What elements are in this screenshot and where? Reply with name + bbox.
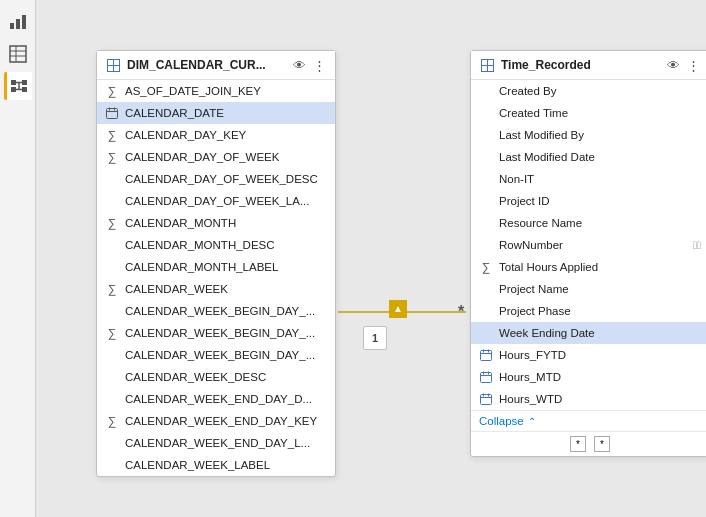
right-table-title: Time_Recorded [501, 58, 659, 72]
text-icon [105, 436, 119, 450]
field-row[interactable]: ∑CALENDAR_MONTH [97, 212, 335, 234]
field-row[interactable]: ∑AS_OF_DATE_JOIN_KEY [97, 80, 335, 102]
calendar-icon [105, 106, 119, 120]
text-icon [105, 348, 119, 362]
left-table-actions: 👁 ⋮ [291, 57, 327, 73]
text-icon [479, 128, 493, 142]
field-row[interactable]: Hours_MTD [471, 366, 706, 388]
right-table-eye-icon[interactable]: 👁 [665, 57, 681, 73]
field-row[interactable]: CALENDAR_DAY_OF_WEEK_DESC [97, 168, 335, 190]
svg-rect-1 [16, 19, 20, 29]
text-icon [479, 106, 493, 120]
field-row[interactable]: ∑CALENDAR_WEEK_BEGIN_DAY_... [97, 322, 335, 344]
field-row[interactable]: Project Name [471, 278, 706, 300]
sigma-icon: ∑ [105, 128, 119, 142]
collapse-chevron-icon: ⌃ [528, 416, 536, 427]
left-table-fields: ∑AS_OF_DATE_JOIN_KEY CALENDAR_DATE ∑CALE… [97, 80, 335, 476]
text-icon [105, 260, 119, 274]
svg-rect-2 [22, 15, 26, 29]
field-row[interactable]: CALENDAR_WEEK_END_DAY_D... [97, 388, 335, 410]
text-icon [105, 194, 119, 208]
field-row[interactable]: Hours_FYTD [471, 344, 706, 366]
collapse-label: Collapse [479, 415, 524, 427]
sigma-icon: ∑ [479, 260, 493, 274]
left-table-header: DIM_CALENDAR_CUR... 👁 ⋮ [97, 51, 335, 80]
svg-rect-8 [22, 80, 27, 85]
collapse-button[interactable]: Collapse ⌃ [471, 410, 706, 431]
field-row[interactable]: Non-IT [471, 168, 706, 190]
text-icon [105, 392, 119, 406]
canvas: DIM_CALENDAR_CUR... 👁 ⋮ ∑AS_OF_DATE_JOIN… [36, 0, 706, 517]
field-row[interactable]: Hours_WTD [471, 388, 706, 410]
svg-rect-9 [11, 87, 16, 92]
field-row[interactable]: CALENDAR_WEEK_LABEL [97, 454, 335, 476]
sigma-icon: ∑ [105, 326, 119, 340]
bottom-star-right[interactable]: * [594, 436, 610, 452]
field-row[interactable]: Created Time [471, 102, 706, 124]
field-row[interactable]: CALENDAR_WEEK_BEGIN_DAY_... [97, 344, 335, 366]
calendar-icon [479, 392, 493, 406]
left-table-more-icon[interactable]: ⋮ [311, 57, 327, 73]
field-row[interactable]: ∑Total Hours Applied [471, 256, 706, 278]
field-row[interactable]: Project ID [471, 190, 706, 212]
text-icon [479, 326, 493, 340]
svg-rect-10 [22, 87, 27, 92]
text-icon [105, 304, 119, 318]
left-table-eye-icon[interactable]: 👁 [291, 57, 307, 73]
text-icon [105, 458, 119, 472]
field-row[interactable]: Resource Name [471, 212, 706, 234]
field-row[interactable]: Last Modified Date [471, 146, 706, 168]
join-number-indicator: 1 [363, 326, 387, 350]
field-row[interactable]: Week Ending Date [471, 322, 706, 344]
left-table-title: DIM_CALENDAR_CUR... [127, 58, 285, 72]
text-icon [105, 370, 119, 384]
field-row[interactable]: CALENDAR_WEEK_DESC [97, 366, 335, 388]
connector-arrow-box[interactable]: ▲ [389, 300, 407, 318]
right-table-more-icon[interactable]: ⋮ [685, 57, 701, 73]
left-table-header-icon [105, 57, 121, 73]
text-icon [479, 84, 493, 98]
text-icon [479, 172, 493, 186]
text-icon [479, 282, 493, 296]
field-row[interactable]: Last Modified By [471, 124, 706, 146]
text-icon [479, 216, 493, 230]
right-table-fields: Created By Created Time Last Modified By… [471, 80, 706, 410]
left-table-card: DIM_CALENDAR_CUR... 👁 ⋮ ∑AS_OF_DATE_JOIN… [96, 50, 336, 477]
bottom-connectors: * * [471, 431, 706, 456]
calendar-icon [479, 370, 493, 384]
field-row[interactable]: Created By [471, 80, 706, 102]
text-icon [479, 194, 493, 208]
bar-chart-sidebar-icon[interactable] [4, 8, 32, 36]
field-row[interactable]: CALENDAR_WEEK_BEGIN_DAY_... [97, 300, 335, 322]
bottom-star-left[interactable]: * [570, 436, 586, 452]
field-row[interactable]: Project Phase [471, 300, 706, 322]
svg-rect-3 [10, 46, 26, 62]
svg-rect-20 [481, 351, 492, 361]
field-row[interactable]: CALENDAR_WEEK_END_DAY_L... [97, 432, 335, 454]
table-sidebar-icon[interactable] [4, 40, 32, 68]
field-row[interactable]: CALENDAR_MONTH_LABEL [97, 256, 335, 278]
text-icon [479, 238, 493, 252]
svg-rect-7 [11, 80, 16, 85]
sigma-icon: ∑ [105, 282, 119, 296]
schema-sidebar-icon[interactable] [4, 72, 32, 100]
field-row[interactable]: CALENDAR_DATE [97, 102, 335, 124]
calendar-icon [479, 348, 493, 362]
field-row[interactable]: ∑CALENDAR_DAY_OF_WEEK [97, 146, 335, 168]
field-row[interactable]: CALENDAR_DAY_OF_WEEK_LA... [97, 190, 335, 212]
sigma-icon: ∑ [105, 150, 119, 164]
field-row[interactable]: ∑CALENDAR_WEEK_END_DAY_KEY [97, 410, 335, 432]
left-star-label: * [458, 303, 464, 321]
right-table-actions: 👁 ⋮ [665, 57, 701, 73]
field-row[interactable]: ∑CALENDAR_DAY_KEY [97, 124, 335, 146]
right-table-card: Time_Recorded 👁 ⋮ Created By Created Tim… [470, 50, 706, 457]
sigma-icon: ∑ [105, 84, 119, 98]
svg-rect-28 [481, 395, 492, 405]
text-icon [105, 238, 119, 252]
field-row[interactable]: RowNumber 👁̸ [471, 234, 706, 256]
field-row[interactable]: CALENDAR_MONTH_DESC [97, 234, 335, 256]
field-row[interactable]: ∑CALENDAR_WEEK [97, 278, 335, 300]
text-icon [479, 150, 493, 164]
row-number-eye-crossed-icon: 👁̸ [693, 239, 701, 251]
right-table-header-icon [479, 57, 495, 73]
